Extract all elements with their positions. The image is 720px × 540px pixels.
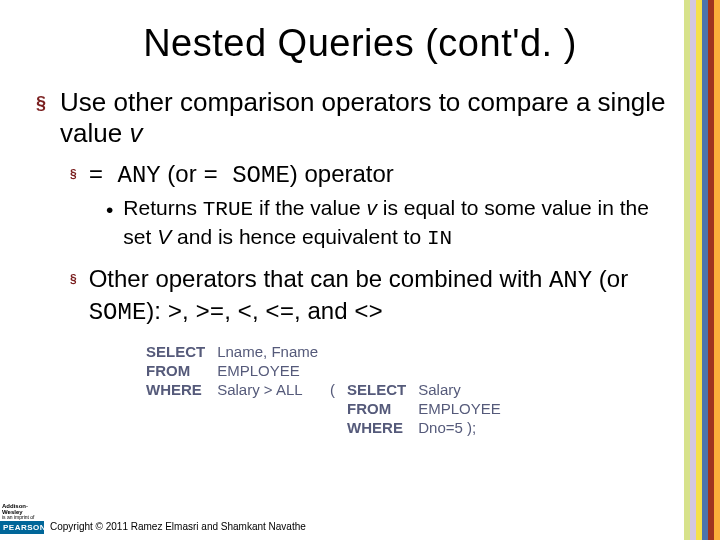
text: ) operator <box>290 160 394 187</box>
pearson-logo: PEARSON <box>0 521 44 534</box>
code: ANY <box>549 267 592 294</box>
bullet-mark-icon: § <box>70 159 77 191</box>
code: <= <box>265 299 294 326</box>
sql-text: Lname, Fname <box>217 342 330 361</box>
text: , and <box>294 297 354 324</box>
text: if the value <box>253 196 366 219</box>
sql-text: ( <box>330 380 347 399</box>
publisher-logo: Addison-Wesley is an imprint of PEARSON <box>0 503 44 534</box>
text-italic: V <box>157 225 171 248</box>
code: <> <box>354 299 383 326</box>
text: (or <box>161 160 204 187</box>
bullet-mark-icon: • <box>106 195 113 252</box>
text: , <box>224 297 237 324</box>
sql-table: SELECT Lname, Fname FROM EMPLOYEE WHERE … <box>146 342 513 437</box>
code: SOME <box>89 299 147 326</box>
text: (or <box>592 265 628 292</box>
sql-keyword: SELECT <box>146 342 217 361</box>
text: Use other comparison operators to compar… <box>60 87 666 148</box>
footer: Addison-Wesley is an imprint of PEARSON … <box>0 503 306 534</box>
text: Other operators that can be combined wit… <box>89 265 549 292</box>
bullet-text: Other operators that can be combined wit… <box>89 264 680 328</box>
sql-text: EMPLOYEE <box>418 399 513 418</box>
sql-row: SELECT Lname, Fname <box>146 342 513 361</box>
sql-keyword: FROM <box>146 361 217 380</box>
bullet-text: Returns TRUE if the value v is equal to … <box>123 195 680 252</box>
sql-text: Salary <box>418 380 513 399</box>
sql-row: WHERE Dno=5 ); <box>146 418 513 437</box>
bullet-text: Use other comparison operators to compar… <box>60 87 680 149</box>
text-italic: v <box>129 118 142 148</box>
bullet-level3: • Returns TRUE if the value v is equal t… <box>106 195 680 252</box>
text: and is hence equivalent to <box>171 225 427 248</box>
sql-keyword: SELECT <box>347 380 418 399</box>
bullet-text: = ANY (or = SOME) operator <box>89 159 394 191</box>
copyright-text: Copyright © 2011 Ramez Elmasri and Shamk… <box>50 521 306 534</box>
sql-text: Dno=5 ); <box>418 418 513 437</box>
sql-text: EMPLOYEE <box>217 361 330 380</box>
sql-text: Salary > ALL <box>217 380 330 399</box>
code: TRUE <box>203 198 253 221</box>
code: = SOME <box>203 162 289 189</box>
code: < <box>238 299 252 326</box>
text: , <box>182 297 195 324</box>
sql-example: SELECT Lname, Fname FROM EMPLOYEE WHERE … <box>146 342 680 437</box>
sql-keyword: WHERE <box>347 418 418 437</box>
slide-title: Nested Queries (cont'd. ) <box>0 0 720 65</box>
sql-row: FROM EMPLOYEE <box>146 399 513 418</box>
text: Returns <box>123 196 202 219</box>
bullet-level2: § Other operators that can be combined w… <box>70 264 680 328</box>
slide-body: § Use other comparison operators to comp… <box>0 65 720 437</box>
text: , <box>252 297 265 324</box>
code: IN <box>427 227 452 250</box>
sql-keyword: FROM <box>347 399 418 418</box>
sql-keyword: WHERE <box>146 380 217 399</box>
code: >= <box>195 299 224 326</box>
decor-stripe <box>714 0 720 540</box>
slide: Nested Queries (cont'd. ) § Use other co… <box>0 0 720 540</box>
text: ): <box>146 297 167 324</box>
code: > <box>168 299 182 326</box>
text-italic: v <box>366 196 377 219</box>
bullet-mark-icon: § <box>36 87 46 149</box>
bullet-level2: § = ANY (or = SOME) operator <box>70 159 680 191</box>
sql-row: WHERE Salary > ALL ( SELECT Salary <box>146 380 513 399</box>
bullet-mark-icon: § <box>70 264 77 328</box>
sql-row: FROM EMPLOYEE <box>146 361 513 380</box>
code: = ANY <box>89 162 161 189</box>
bullet-level1: § Use other comparison operators to comp… <box>36 87 680 149</box>
